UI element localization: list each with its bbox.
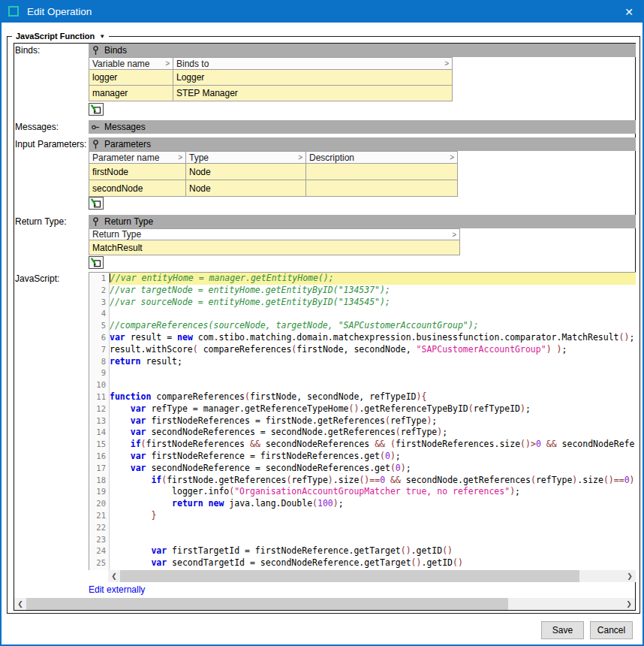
sort-chevron-icon: > bbox=[178, 153, 185, 162]
code-token: ( bbox=[380, 451, 385, 461]
close-icon[interactable]: ✕ bbox=[620, 5, 638, 20]
parameters-col-description[interactable]: Description> bbox=[306, 152, 458, 164]
save-button[interactable]: Save bbox=[541, 621, 584, 639]
code-token: () bbox=[411, 557, 422, 568]
binds-row-cell[interactable]: logger bbox=[89, 70, 173, 86]
binds-row-cell[interactable]: manager bbox=[89, 86, 173, 101]
parameters-row-cell[interactable]: Node bbox=[186, 164, 306, 180]
edit-return-type-button[interactable] bbox=[89, 256, 104, 269]
parameters-col-type[interactable]: Type> bbox=[186, 152, 306, 164]
code-line[interactable]: if(firstNodeReferences && secondNodeRefe… bbox=[110, 439, 636, 451]
code-line[interactable]: var firstNodeReferences = firstNode.getR… bbox=[110, 415, 636, 427]
binds-col-binds-to[interactable]: Binds to> bbox=[173, 58, 453, 70]
code-token: ( bbox=[245, 391, 250, 402]
code-line[interactable]: return new java.lang.Double(100); bbox=[110, 498, 636, 510]
code-line[interactable]: } bbox=[110, 510, 636, 522]
messages-section-header[interactable]: Messages bbox=[89, 120, 636, 134]
line-number: 22 bbox=[89, 522, 109, 534]
code-token: ( bbox=[141, 439, 146, 449]
edit-externally-link[interactable]: Edit externally bbox=[89, 584, 145, 595]
line-number: 25 bbox=[89, 557, 109, 569]
code-line[interactable] bbox=[110, 379, 636, 391]
code-token: ) bbox=[328, 475, 333, 485]
code-line[interactable]: var result = new com.stibo.matching.doma… bbox=[110, 332, 636, 344]
code-line[interactable]: var firstTargetId = firstNodeReference.g… bbox=[110, 545, 636, 557]
code-line[interactable]: logger.info("OrganisationAccountGroupMat… bbox=[110, 486, 636, 498]
code-token: secondNodeReferences = secondNode.getRef… bbox=[146, 427, 395, 437]
code-line[interactable]: if(firstNode.getReferences(refType).size… bbox=[110, 475, 636, 487]
code-token: firstNode, secondNode, refTypeID bbox=[250, 391, 417, 402]
code-token bbox=[110, 427, 131, 437]
parameters-row-cell[interactable]: firstNode bbox=[89, 164, 186, 180]
return-type-col-header[interactable]: Return Type> bbox=[89, 229, 460, 240]
parameters-section-header[interactable]: Parameters bbox=[89, 137, 636, 151]
code-line[interactable]: return result; bbox=[110, 356, 636, 368]
return-type-section-header[interactable]: Return Type bbox=[89, 215, 636, 228]
code-token: secondNodeReference = secondNodeReferenc… bbox=[146, 463, 390, 473]
code-token bbox=[110, 498, 172, 509]
parameters-col-name[interactable]: Parameter name> bbox=[89, 152, 186, 164]
edit-binds-button[interactable] bbox=[89, 103, 104, 116]
code-line[interactable]: //var targetNode = entityHome.getEntityB… bbox=[110, 285, 636, 297]
javascript-code-editor[interactable]: 1234567891011121314151617181920212223242… bbox=[89, 272, 636, 570]
code-line[interactable]: var secondNodeReference = secondNodeRefe… bbox=[110, 463, 636, 475]
parameters-row-cell[interactable] bbox=[306, 180, 458, 197]
code-token: == bbox=[614, 475, 624, 485]
scroll-left-icon[interactable]: ❮ bbox=[14, 598, 26, 610]
code-line[interactable]: //var sourceNode = entityHome.getEntityB… bbox=[110, 297, 636, 309]
code-token: firstNodeReferences.size bbox=[396, 439, 520, 449]
scroll-right-icon[interactable]: ❯ bbox=[624, 570, 636, 582]
code-token: () bbox=[401, 545, 411, 556]
line-number: 16 bbox=[89, 451, 109, 463]
dialog-horizontal-scrollbar[interactable]: ❮ ❯ bbox=[14, 598, 635, 610]
code-scrollbar-thumb[interactable] bbox=[120, 570, 579, 582]
code-line[interactable]: function compareReferences(firstNode, se… bbox=[110, 391, 636, 403]
return-type-value[interactable]: MatchResult bbox=[89, 240, 460, 255]
line-number-gutter: 1234567891011121314151617181920212223242… bbox=[89, 273, 110, 570]
code-horizontal-scrollbar[interactable]: ❮ ❯ bbox=[108, 570, 636, 582]
code-line[interactable] bbox=[110, 522, 636, 534]
code-token: ( bbox=[193, 344, 203, 355]
code-line[interactable]: //var entityHome = manager.getEntityHome… bbox=[110, 273, 636, 285]
code-line[interactable]: result.withScore( compareReferences(firs… bbox=[110, 344, 636, 356]
code-token: firstNode, secondNode, bbox=[296, 344, 416, 355]
code-line[interactable] bbox=[110, 534, 636, 546]
code-token: refType bbox=[401, 427, 437, 437]
groupbox-label[interactable]: JavaScript Function▼ bbox=[12, 31, 109, 41]
code-line[interactable]: var firstNodeReference = firstNodeRefere… bbox=[110, 451, 636, 463]
code-token: var bbox=[131, 463, 146, 473]
code-line[interactable]: var secondNodeReferences = secondNode.ge… bbox=[110, 427, 636, 439]
code-token: () bbox=[603, 475, 614, 485]
parameters-row-cell[interactable] bbox=[306, 164, 458, 180]
scroll-left-icon[interactable]: ❮ bbox=[108, 570, 120, 582]
code-token: 0 bbox=[624, 475, 630, 485]
code-token: secondNodeReferences.size bbox=[557, 439, 636, 449]
code-token: == bbox=[369, 475, 380, 485]
code-token: "OrganisationAccountGroupMatcher true, n… bbox=[234, 486, 510, 497]
line-number: 18 bbox=[89, 475, 109, 487]
code-lines[interactable]: //var entityHome = manager.getEntityHome… bbox=[110, 273, 636, 570]
code-line[interactable] bbox=[110, 367, 636, 379]
code-token: secondNode.getReferences bbox=[401, 475, 531, 485]
code-token: firstNodeReferences = firstNode.getRefer… bbox=[146, 415, 385, 426]
parameters-row-cell[interactable]: secondNode bbox=[89, 180, 186, 197]
code-token: //var sourceNode = entityHome.getEntityB… bbox=[110, 297, 390, 307]
code-token: var bbox=[131, 427, 146, 437]
code-token: ( bbox=[396, 427, 401, 437]
line-number: 9 bbox=[89, 367, 109, 379]
binds-row-cell[interactable]: STEP Manager bbox=[173, 86, 453, 101]
dialog-scrollbar-thumb[interactable] bbox=[26, 598, 508, 610]
code-line[interactable] bbox=[110, 308, 636, 320]
code-line[interactable]: var secondTargetId = secondNodeReference… bbox=[110, 557, 636, 569]
binds-col-variable-name[interactable]: Variable name> bbox=[89, 58, 173, 70]
binds-section-header[interactable]: Binds bbox=[89, 44, 636, 57]
code-token bbox=[110, 403, 131, 414]
edit-parameters-button[interactable] bbox=[89, 197, 104, 210]
cancel-button[interactable]: Cancel bbox=[590, 621, 633, 639]
parameters-row-cell[interactable]: Node bbox=[186, 180, 306, 197]
scroll-right-icon[interactable]: ❯ bbox=[623, 598, 635, 610]
code-line[interactable]: var refType = manager.getReferenceTypeHo… bbox=[110, 403, 636, 415]
code-line[interactable]: //compareReferences(sourceNode, targetNo… bbox=[110, 320, 636, 332]
binds-row-cell[interactable]: Logger bbox=[173, 70, 453, 86]
code-token bbox=[110, 415, 131, 426]
